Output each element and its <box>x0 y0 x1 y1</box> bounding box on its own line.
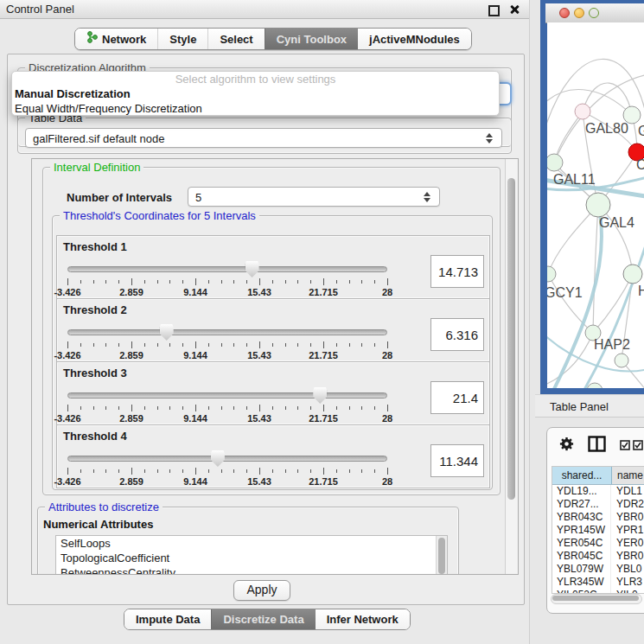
apply-button[interactable]: Apply <box>233 580 290 601</box>
attributes-scrollbar[interactable] <box>436 536 447 575</box>
table-data-combobox[interactable]: galFiltered.sif default node <box>25 128 502 148</box>
checkbox-icon[interactable] <box>633 438 643 454</box>
column-header-shared-name[interactable]: shared... <box>552 467 612 484</box>
node-table[interactable]: shared... name YDL19...YDL1YDR27...YDR2Y… <box>552 466 644 594</box>
slider-track[interactable] <box>67 456 387 462</box>
scrollbar-thumb[interactable] <box>552 596 639 601</box>
combo-stepper-icon[interactable] <box>424 188 434 206</box>
slider-scale-labels: -3.4262.8599.14415.4321.71528 <box>67 476 387 487</box>
table-row[interactable]: YBR043CYBR0 <box>552 511 644 524</box>
slider-thumb-icon[interactable] <box>245 261 259 277</box>
gear-icon[interactable] <box>558 436 575 456</box>
table-row[interactable]: YPR145WYPR1 <box>552 524 644 537</box>
tab-label: Network <box>102 29 146 49</box>
threshold-label: Threshold 2 <box>63 303 127 316</box>
network-node[interactable] <box>587 383 603 388</box>
mac-minimize-icon[interactable] <box>574 8 584 18</box>
cell-name: YBL0 <box>611 563 644 576</box>
cell-shared-name: YLR345W <box>552 576 611 589</box>
tab-style[interactable]: Style <box>157 29 207 49</box>
slider-track[interactable] <box>67 392 387 399</box>
tab-network[interactable]: Network <box>75 29 157 49</box>
algorithm-dropdown-popup: Select algorithm to view settings Manual… <box>11 71 500 116</box>
tab-impute-data[interactable]: Impute Data <box>124 609 211 629</box>
threshold-value-box[interactable]: 6.316 <box>430 318 484 351</box>
slider-track[interactable] <box>67 329 387 335</box>
network-node[interactable] <box>575 104 590 119</box>
cell-name: YBR0 <box>611 550 644 563</box>
dropdown-placeholder: Select algorithm to view settings <box>12 73 499 86</box>
slider-scale-labels: -3.4262.8599.14415.4321.71528 <box>67 413 387 424</box>
mac-close-icon[interactable] <box>559 8 570 18</box>
threshold-slider[interactable]: -3.4262.8599.14415.4321.71528 <box>67 323 387 360</box>
threshold-value-box[interactable]: 11.344 <box>430 444 484 477</box>
tab-cyni-toolbox[interactable]: Cyni Toolbox <box>265 29 358 49</box>
tab-discretize-data[interactable]: Discretize Data <box>211 609 315 629</box>
slider-ticks <box>67 468 387 476</box>
number-of-intervals-combobox[interactable]: 5 <box>188 187 440 207</box>
table-row[interactable]: YBR045CYBR0 <box>552 550 644 563</box>
network-node[interactable] <box>547 266 556 282</box>
numerical-attributes-label: Numerical Attributes <box>43 518 153 531</box>
column-header-name[interactable]: name <box>612 467 644 484</box>
viewport-scrollbar[interactable] <box>505 159 518 574</box>
network-node[interactable] <box>586 193 610 217</box>
attribute-list-item[interactable]: TopologicalCoefficient <box>56 551 447 565</box>
threshold-panel: Threshold 1-3.4262.8599.14415.4321.71528… <box>56 235 490 299</box>
threshold-value-box[interactable]: 21.4 <box>430 381 484 414</box>
slider-track[interactable] <box>67 266 387 272</box>
checkbox-icon[interactable] <box>620 438 630 454</box>
table-row[interactable]: YBL079WYBL0 <box>552 563 644 576</box>
network-node-label: GAL4 <box>599 215 634 230</box>
slider-thumb-icon[interactable] <box>211 450 225 467</box>
table-row[interactable]: YER054CYER0 <box>552 537 644 550</box>
cell-shared-name: YBL079W <box>552 563 611 576</box>
slider-ticks <box>67 341 387 350</box>
attributes-group: Attributes to discretize Numerical Attri… <box>37 507 459 575</box>
tab-jactivemnodules[interactable]: jActiveMNodules <box>358 29 471 49</box>
scrollbar-thumb[interactable] <box>507 178 515 500</box>
float-window-icon[interactable] <box>488 5 500 16</box>
thresholds-group: Threshold's Coordinates for 5 Intervals … <box>52 215 493 490</box>
slider-thumb-icon[interactable] <box>313 387 327 404</box>
numerical-attributes-list[interactable]: SelfLoopsTopologicalCoefficientBetweenne… <box>55 535 448 575</box>
tab-infer-network[interactable]: Infer Network <box>316 609 410 629</box>
cell-shared-name: YBR045C <box>552 550 611 563</box>
cell-shared-name: YER054C <box>552 537 611 550</box>
split-columns-icon[interactable] <box>588 436 606 456</box>
attribute-items: SelfLoopsTopologicalCoefficientBetweenne… <box>56 536 447 575</box>
dropdown-option-manual[interactable]: Manual Discretization <box>12 86 499 101</box>
network-node[interactable] <box>547 154 563 171</box>
network-canvas[interactable]: GAL80GACGAL11GAL4GCY1HHAP2 <box>547 22 644 388</box>
table-row[interactable]: YDR27...YDR2 <box>552 498 644 511</box>
network-node-label: HAP2 <box>594 337 630 352</box>
attribute-list-item[interactable]: BetweennessCentrality <box>56 565 447 575</box>
attribute-list-item[interactable]: SelfLoops <box>56 536 447 551</box>
slider-thumb-icon[interactable] <box>160 324 174 341</box>
network-icon <box>86 29 98 49</box>
cell-name: YBR0 <box>611 511 644 524</box>
table-row[interactable]: YLR345WYLR3 <box>552 576 644 589</box>
threshold-slider[interactable]: -3.4262.8599.14415.4321.71528 <box>67 386 387 423</box>
dropdown-option-equal-width[interactable]: Equal Width/Frequency Discretization <box>12 101 499 116</box>
threshold-slider[interactable]: -3.4262.8599.14415.4321.71528 <box>67 260 387 296</box>
network-node-label: GA <box>638 124 644 138</box>
network-node[interactable] <box>623 265 642 284</box>
table-rows: YDL19...YDL1YDR27...YDR2YBR043CYBR0YPR14… <box>552 485 644 594</box>
threshold-slider[interactable]: -3.4262.8599.14415.4321.71528 <box>67 450 387 486</box>
table-row[interactable]: YDL19...YDL1 <box>552 485 644 498</box>
network-node[interactable] <box>615 354 628 367</box>
network-edge <box>548 205 598 274</box>
scrollbar-thumb[interactable] <box>438 538 445 574</box>
table-horizontal-scrollbar[interactable] <box>551 594 642 604</box>
tab-label: Cyni Toolbox <box>277 29 347 49</box>
cell-name: YDL1 <box>611 485 644 498</box>
combo-stepper-icon[interactable] <box>486 129 496 147</box>
tab-select[interactable]: Select <box>207 29 264 49</box>
close-icon[interactable] <box>509 4 519 14</box>
threshold-label: Threshold 3 <box>63 367 127 379</box>
threshold-value-box[interactable]: 14.713 <box>430 255 484 288</box>
mac-zoom-icon[interactable] <box>589 8 599 18</box>
threshold-label: Threshold 4 <box>63 430 127 443</box>
network-view-window: GAL80GACGAL11GAL4GCY1HHAP2 <box>540 0 644 397</box>
